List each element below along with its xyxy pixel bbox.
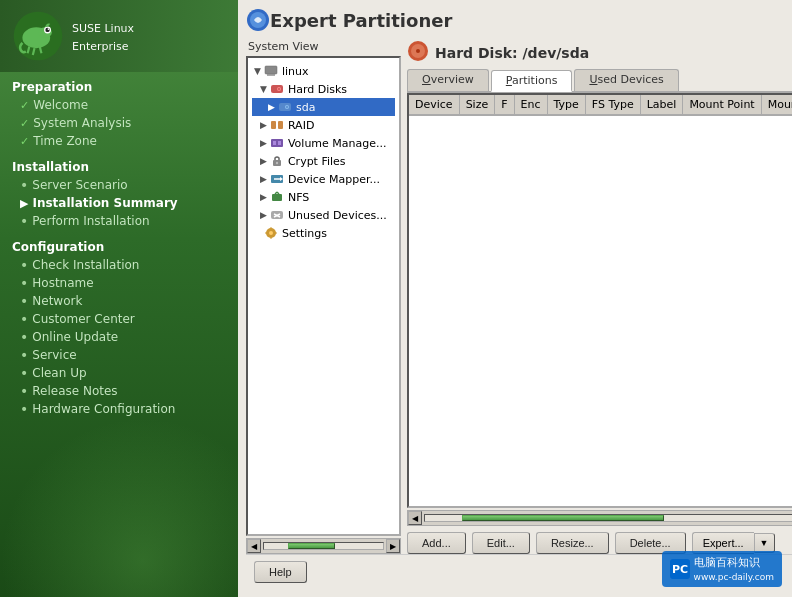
expert-dropdown-arrow[interactable]: ▼	[754, 533, 775, 553]
bullet-icon: •	[20, 348, 28, 362]
tab-partitions[interactable]: Partitions	[491, 70, 573, 92]
tree-item-unused-devices[interactable]: ▶ Unused Devices...	[252, 206, 395, 224]
sidebar-item-system-analysis[interactable]: ✓ System Analysis	[12, 114, 226, 132]
col-size[interactable]: Size	[459, 95, 495, 115]
check-icon: ✓	[20, 117, 29, 130]
suse-logo-icon	[12, 10, 64, 62]
tab-used-devices-label: Used Devices	[589, 73, 663, 86]
tree-item-volume-manager[interactable]: ▶ Volume Manage...	[252, 134, 395, 152]
svg-rect-23	[273, 141, 276, 145]
sidebar-item-network[interactable]: • Network	[12, 292, 226, 310]
expand-icon: ▶	[260, 174, 267, 184]
bullet-icon: •	[20, 258, 28, 272]
col-f[interactable]: F	[495, 95, 514, 115]
col-mount-point[interactable]: Mount Point	[683, 95, 761, 115]
system-view-title: System View	[246, 40, 401, 53]
svg-rect-38	[270, 227, 271, 229]
tree-item-crypt-files[interactable]: ▶ Crypt Files	[252, 152, 395, 170]
col-enc[interactable]: Enc	[514, 95, 547, 115]
main-content: SUSE Linux Enterprise Preparation ✓ Welc…	[0, 0, 792, 597]
sidebar-item-release-notes[interactable]: • Release Notes	[12, 382, 226, 400]
expand-icon: ▶	[260, 120, 267, 130]
expand-icon: ▶	[260, 138, 267, 148]
svg-rect-24	[278, 141, 281, 145]
scroll-track	[263, 542, 384, 550]
watermark-text: 电脑百科知识 www.pc-daily.com	[694, 555, 774, 583]
tree-item-device-mapper[interactable]: ▶ Device Mapper...	[252, 170, 395, 188]
scroll-left-btn[interactable]: ◀	[408, 511, 422, 525]
sidebar-item-hostname[interactable]: • Hostname	[12, 274, 226, 292]
help-button[interactable]: Help	[254, 561, 307, 583]
tree-item-raid[interactable]: ▶ RAID	[252, 116, 395, 134]
svg-point-16	[278, 88, 280, 90]
sidebar-item-service[interactable]: • Service	[12, 346, 226, 364]
svg-rect-21	[278, 121, 283, 129]
sidebar-item-time-zone[interactable]: ✓ Time Zone	[12, 132, 226, 150]
col-mount[interactable]: Mount	[761, 95, 792, 115]
tree-item-linux[interactable]: ▼ linux	[252, 62, 395, 80]
scroll-track	[424, 514, 792, 522]
sda-disk-icon	[277, 99, 293, 115]
sidebar-item-hardware-configuration[interactable]: • Hardware Configuration	[12, 400, 226, 418]
add-button[interactable]: Add...	[407, 532, 466, 554]
table-scrollbar[interactable]: ◀ ▶	[407, 510, 792, 526]
tab-overview[interactable]: Overview	[407, 69, 489, 91]
system-view-tree[interactable]: ▼ linux ▼ Hard Disks	[246, 56, 401, 536]
scroll-thumb[interactable]	[462, 515, 664, 521]
col-label[interactable]: Label	[640, 95, 683, 115]
section-title-configuration: Configuration	[12, 236, 226, 256]
sidebar-item-server-scenario[interactable]: • Server Scenario	[12, 176, 226, 194]
sidebar-section-installation: Installation • Server Scenario ▶ Install…	[0, 152, 238, 232]
sidebar-section-configuration: Configuration • Check Installation • Hos…	[0, 232, 238, 420]
table-header-row: Device Size F Enc Type FS Type Label Mou…	[409, 95, 792, 115]
scroll-thumb[interactable]	[288, 543, 336, 549]
nfs-icon	[269, 189, 285, 205]
sidebar-item-customer-center[interactable]: • Customer Center	[12, 310, 226, 328]
svg-rect-40	[265, 233, 267, 234]
watermark-icon: PC	[670, 559, 690, 579]
col-type[interactable]: Type	[547, 95, 585, 115]
edit-button[interactable]: Edit...	[472, 532, 530, 554]
right-panel: Expert Partitioner System View ▼ lin	[238, 0, 792, 597]
scroll-right-btn[interactable]: ▶	[386, 539, 400, 553]
resize-button[interactable]: Resize...	[536, 532, 609, 554]
svg-rect-12	[267, 74, 275, 76]
sidebar-item-installation-summary[interactable]: ▶ Installation Summary	[12, 194, 226, 212]
sidebar-item-online-update[interactable]: • Online Update	[12, 328, 226, 346]
col-fstype[interactable]: FS Type	[585, 95, 640, 115]
system-view-panel: System View ▼ linux ▼	[246, 40, 401, 554]
col-device[interactable]: Device	[409, 95, 459, 115]
partitioner-header: Expert Partitioner	[246, 8, 792, 32]
tree-item-sda[interactable]: ▶ sda	[252, 98, 395, 116]
logo-line1: SUSE Linux	[72, 22, 134, 35]
watermark: PC 电脑百科知识 www.pc-daily.com	[662, 551, 782, 587]
bullet-icon: •	[20, 294, 28, 308]
sidebar-item-clean-up[interactable]: • Clean Up	[12, 364, 226, 382]
svg-rect-20	[271, 121, 276, 129]
scroll-left-btn[interactable]: ◀	[247, 539, 261, 553]
partitioner-title: Expert Partitioner	[270, 10, 452, 31]
partitioner-title-icon	[246, 8, 270, 32]
crypt-icon	[269, 153, 285, 169]
expand-icon: ▶	[260, 210, 267, 220]
sidebar-item-perform-installation[interactable]: • Perform Installation	[12, 212, 226, 230]
svg-point-44	[416, 49, 420, 53]
computer-icon	[263, 63, 279, 79]
svg-line-32	[277, 192, 279, 194]
disk-panel-header: Hard Disk: /dev/sda	[407, 40, 792, 65]
bullet-icon: •	[20, 330, 28, 344]
tab-used-devices[interactable]: Used Devices	[574, 69, 678, 91]
expand-icon: ▶	[260, 156, 267, 166]
svg-point-19	[286, 106, 288, 108]
partitions-table-container[interactable]: Device Size F Enc Type FS Type Label Mou…	[407, 93, 792, 508]
bullet-icon: •	[20, 402, 28, 416]
svg-rect-11	[265, 66, 277, 74]
sidebar-item-check-installation[interactable]: • Check Installation	[12, 256, 226, 274]
tree-item-hard-disks[interactable]: ▼ Hard Disks	[252, 80, 395, 98]
bullet-icon: •	[20, 178, 28, 192]
tree-item-nfs[interactable]: ▶ NFS	[252, 188, 395, 206]
sidebar-item-welcome[interactable]: ✓ Welcome	[12, 96, 226, 114]
tree-item-settings[interactable]: ▶ Settin	[252, 224, 395, 242]
system-view-scrollbar[interactable]: ◀ ▶	[246, 538, 401, 554]
raid-icon	[269, 117, 285, 133]
